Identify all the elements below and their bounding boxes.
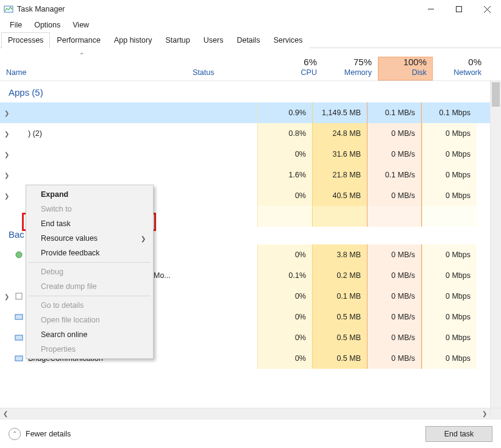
memory-label: Memory <box>323 68 372 77</box>
sort-arrow-icon: ⌃ <box>79 52 84 59</box>
tab-strip: Processes Performance App history Startu… <box>0 32 501 48</box>
cell-cpu: 0% <box>257 244 312 265</box>
tab-processes[interactable]: Processes <box>1 32 50 48</box>
expand-icon[interactable]: ❯ <box>0 193 13 199</box>
scroll-right-icon[interactable]: ❯ <box>479 410 490 417</box>
cell-disk: 0 MB/s <box>367 307 422 327</box>
vertical-scrollbar[interactable] <box>490 81 501 408</box>
ctx-separator <box>29 262 151 263</box>
svg-rect-0 <box>4 6 13 12</box>
ctx-search-online[interactable]: Search online <box>27 327 152 342</box>
tab-startup[interactable]: Startup <box>158 32 196 48</box>
ctx-end-task[interactable]: End task <box>27 216 152 231</box>
svg-point-5 <box>16 252 22 258</box>
column-disk[interactable]: 100% Disk <box>378 57 433 80</box>
cell-disk: 0 MB/s <box>367 286 422 307</box>
cell-cpu: 0% <box>257 286 312 307</box>
process-row[interactable]: ❯ 1.6% 21.8 MB 0.1 MB/s 0 Mbps <box>0 165 501 185</box>
expand-icon[interactable]: ❯ <box>0 151 13 158</box>
cell-cpu: 0% <box>257 327 312 348</box>
cell-mem: 0.5 MB <box>312 307 367 327</box>
process-row[interactable]: ❯ 0% 31.6 MB 0 MB/s 0 Mbps <box>0 144 501 165</box>
cell-mem: 24.8 MB <box>312 123 367 144</box>
process-icon <box>13 149 24 159</box>
column-status[interactable]: Status <box>189 68 268 80</box>
column-network[interactable]: 0% Network <box>433 57 488 80</box>
cell-cpu: 0% <box>257 144 312 165</box>
process-row[interactable]: ❯ ) (2) 0.8% 24.8 MB 0 MB/s 0 Mbps <box>0 123 501 144</box>
process-row[interactable]: ❯ 0.9% 1,149.5 MB 0.1 MB/s 0.1 Mbps <box>0 102 501 123</box>
cell-mem: 3.8 MB <box>312 244 367 265</box>
process-name: Mo... <box>154 271 171 280</box>
menu-view[interactable]: View <box>68 20 94 30</box>
process-icon <box>13 170 24 180</box>
column-headers: ⌃ Name Status 6% CPU 75% Memory 100% Dis… <box>0 48 501 81</box>
menu-options[interactable]: Options <box>29 20 65 30</box>
cell-net: 0 Mbps <box>422 327 477 348</box>
scroll-corner <box>490 408 501 419</box>
process-icon <box>13 312 24 322</box>
expand-icon[interactable]: ❯ <box>0 172 13 179</box>
process-icon <box>13 291 24 301</box>
cell-net: 0 Mbps <box>422 244 477 265</box>
cpu-label: CPU <box>268 68 317 77</box>
fewer-details-button[interactable]: ⌃ Fewer details <box>9 428 71 440</box>
cell-mem: 31.6 MB <box>312 144 367 165</box>
end-task-button[interactable]: End task <box>425 426 492 442</box>
process-icon <box>13 333 24 343</box>
tab-services[interactable]: Services <box>267 32 310 48</box>
tab-app-history[interactable]: App history <box>107 32 159 48</box>
column-name[interactable]: Name <box>0 68 189 80</box>
network-label: Network <box>433 68 481 77</box>
chevron-up-icon: ⌃ <box>9 428 21 440</box>
ctx-resource-values-label: Resource values <box>41 234 98 243</box>
ctx-resource-values[interactable]: Resource values ❯ <box>27 231 152 246</box>
horizontal-scrollbar[interactable]: ❮ ❯ <box>0 408 490 419</box>
ctx-provide-feedback[interactable]: Provide feedback <box>27 246 152 260</box>
maximize-button[interactable] <box>445 0 473 18</box>
cell-disk: 0.1 MB/s <box>367 165 422 185</box>
tab-performance[interactable]: Performance <box>50 32 107 48</box>
cell-disk: 0 MB/s <box>367 327 422 348</box>
cell-mem: 0.2 MB <box>312 265 367 286</box>
footer: ⌃ Fewer details End task <box>0 419 501 448</box>
scroll-left-icon[interactable]: ❮ <box>0 410 11 417</box>
expand-icon[interactable]: ❯ <box>0 110 13 116</box>
cell-mem: 0.1 MB <box>312 286 367 307</box>
network-percent: 0% <box>433 57 481 67</box>
cell-net: 0 Mbps <box>422 185 477 206</box>
process-name: ) (2) <box>28 129 42 138</box>
vertical-scroll-thumb[interactable] <box>492 82 500 107</box>
tab-users[interactable]: Users <box>197 32 230 48</box>
expand-icon[interactable]: ❯ <box>0 293 13 300</box>
menubar: File Options View <box>0 18 501 32</box>
ctx-open-file-location: Open file location <box>27 313 152 327</box>
process-list-container: ⌃ Name Status 6% CPU 75% Memory 100% Dis… <box>0 48 501 419</box>
ctx-expand[interactable]: Expand <box>27 187 152 202</box>
tab-details[interactable]: Details <box>230 32 266 48</box>
minimize-button[interactable] <box>417 0 445 18</box>
process-icon <box>13 191 24 201</box>
cell-net: 0 Mbps <box>422 265 477 286</box>
group-apps[interactable]: Apps (5) <box>0 81 501 102</box>
cell-cpu: 1.6% <box>257 165 312 185</box>
cell-disk: 0.1 MB/s <box>367 102 422 123</box>
svg-rect-2 <box>457 7 462 12</box>
cell-disk: 0 MB/s <box>367 244 422 265</box>
column-memory[interactable]: 75% Memory <box>323 57 378 80</box>
close-button[interactable] <box>473 0 501 18</box>
cell-mem: 21.8 MB <box>312 165 367 185</box>
column-cpu[interactable]: 6% CPU <box>268 57 323 80</box>
cpu-percent: 6% <box>268 57 317 67</box>
ctx-create-dump: Create dump file <box>27 279 152 294</box>
memory-percent: 75% <box>323 57 372 67</box>
submenu-arrow-icon: ❯ <box>141 235 146 242</box>
cell-disk: 0 MB/s <box>367 123 422 144</box>
window-title: Task Manager <box>17 5 65 13</box>
expand-icon[interactable]: ❯ <box>0 130 13 137</box>
cell-net: 0 Mbps <box>422 123 477 144</box>
menu-file[interactable]: File <box>5 20 27 30</box>
ctx-debug: Debug <box>27 265 152 279</box>
cell-net: 0 Mbps <box>422 307 477 327</box>
cell-net: 0 Mbps <box>422 144 477 165</box>
